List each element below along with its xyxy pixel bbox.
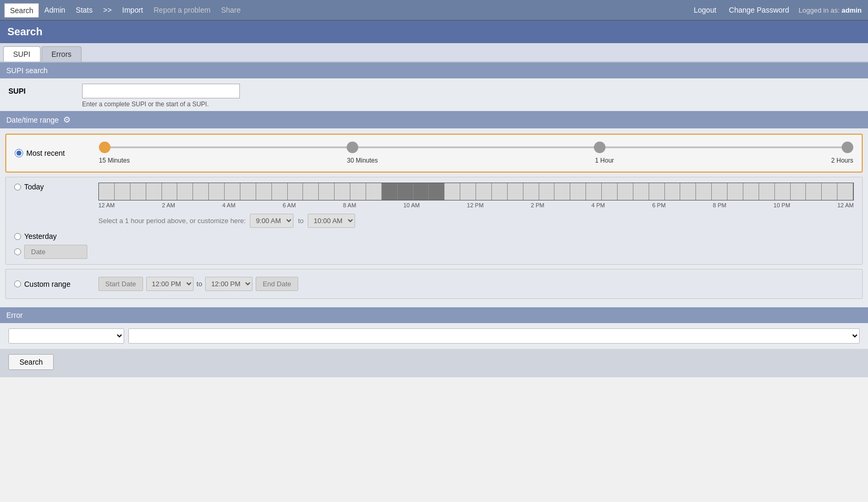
slider-dot-1[interactable] [347, 142, 358, 153]
nav-share[interactable]: Share [216, 3, 246, 17]
timeline-cell[interactable] [240, 183, 256, 200]
yesterday-radio-label[interactable]: Yesterday [14, 232, 98, 240]
timeline-cell[interactable] [837, 183, 853, 200]
timeline-cell[interactable] [570, 183, 586, 200]
timeline-cell[interactable] [146, 183, 162, 200]
nav-search[interactable]: Search [4, 3, 39, 17]
tab-errors[interactable]: Errors [42, 46, 82, 62]
date-radio-label[interactable] [14, 245, 98, 259]
nav-stats[interactable]: Stats [70, 3, 98, 17]
today-content: 12 AM 2 AM 4 AM 6 AM 8 AM 10 AM 12 PM 2 … [98, 183, 854, 228]
gear-icon[interactable]: ⚙ [63, 115, 70, 125]
timeline-cell[interactable] [303, 183, 319, 200]
timeline-cell[interactable] [775, 183, 791, 200]
timeline-cell[interactable] [413, 183, 429, 200]
nav-import[interactable]: Import [117, 3, 148, 17]
timeline-cell[interactable] [696, 183, 712, 200]
slider-label-2: 1 Hour [595, 157, 614, 164]
nav-admin[interactable]: Admin [39, 3, 70, 17]
custom-range-label-text: Custom range [24, 280, 70, 288]
time-to-label: to [298, 217, 304, 225]
custom-range-row: Custom range Start Date 12:00 PM to 12:0… [5, 269, 863, 299]
timeline-cell[interactable] [445, 183, 460, 200]
to-time-select[interactable]: 10:00 AM [308, 214, 355, 228]
end-time-select[interactable]: 12:00 PM [205, 277, 253, 291]
timeline-cell[interactable] [398, 183, 413, 200]
error-dropdown-1[interactable] [8, 328, 124, 344]
timeline-cell[interactable] [554, 183, 570, 200]
timeline-cell[interactable] [429, 183, 445, 200]
timeline-cell[interactable] [791, 183, 806, 200]
error-dropdown-2[interactable] [128, 328, 860, 344]
tl-8pm: 8 PM [713, 202, 726, 208]
timeline-cell[interactable] [115, 183, 130, 200]
nav-more[interactable]: >> [98, 3, 117, 17]
timeline-cell[interactable] [712, 183, 728, 200]
nav-report[interactable]: Report a problem [148, 3, 216, 17]
tab-supi[interactable]: SUPI [3, 46, 41, 62]
custom-range-radio-label[interactable]: Custom range [14, 280, 98, 288]
timeline-cell[interactable] [680, 183, 696, 200]
most-recent-radio[interactable] [15, 149, 23, 157]
search-button[interactable]: Search [8, 354, 54, 370]
timeline-cell[interactable] [618, 183, 633, 200]
tl-6am: 6 AM [282, 202, 296, 208]
timeline-cell[interactable] [806, 183, 822, 200]
timeline-cell[interactable] [508, 183, 523, 200]
timeline-cell[interactable] [728, 183, 743, 200]
timeline-cell[interactable] [743, 183, 759, 200]
timeline-cell[interactable] [209, 183, 225, 200]
start-date-button[interactable]: Start Date [98, 277, 143, 291]
slider-dot-0[interactable] [99, 142, 110, 153]
slider-dot-2[interactable] [594, 142, 605, 153]
timeline-cell[interactable] [99, 183, 115, 200]
timeline-cell[interactable] [335, 183, 350, 200]
custom-range-radio[interactable] [14, 280, 21, 287]
logged-in-label: Logged in as: admin [796, 3, 864, 17]
date-radio[interactable] [14, 248, 21, 255]
error-title: Error [6, 311, 23, 319]
timeline-cell[interactable] [460, 183, 476, 200]
today-radio[interactable] [14, 184, 21, 190]
timeline-cell[interactable] [759, 183, 775, 200]
timeline-cell[interactable] [665, 183, 681, 200]
timeline-cell[interactable] [586, 183, 602, 200]
top-nav: Search Admin Stats >> Import Report a pr… [0, 0, 868, 21]
timeline-cell[interactable] [225, 183, 240, 200]
timeline-cell[interactable] [288, 183, 304, 200]
timeline-cell[interactable] [366, 183, 382, 200]
date-input[interactable] [24, 245, 87, 259]
timeline-cell[interactable] [476, 183, 492, 200]
timeline-cell[interactable] [382, 183, 398, 200]
error-header: Error [0, 307, 868, 323]
timeline-cell[interactable] [319, 183, 335, 200]
timeline-cell[interactable] [539, 183, 555, 200]
timeline-cell[interactable] [162, 183, 178, 200]
timeline-cell[interactable] [193, 183, 209, 200]
timeline-container: 12 AM 2 AM 4 AM 6 AM 8 AM 10 AM 12 PM 2 … [98, 183, 854, 208]
timeline-cell[interactable] [633, 183, 649, 200]
from-time-select[interactable]: 9:00 AM [250, 214, 294, 228]
today-radio-label[interactable]: Today [14, 183, 98, 191]
slider-label-3: 2 Hours [831, 157, 853, 164]
timeline-cell[interactable] [177, 183, 193, 200]
timeline-cell[interactable] [649, 183, 665, 200]
timeline-cell[interactable] [350, 183, 366, 200]
most-recent-radio-label[interactable]: Most recent [15, 149, 99, 157]
logout-button[interactable]: Logout [689, 3, 722, 17]
timeline-cell[interactable] [492, 183, 508, 200]
timeline-cell[interactable] [523, 183, 539, 200]
change-password-button[interactable]: Change Password [724, 3, 794, 17]
end-date-button[interactable]: End Date [256, 277, 298, 291]
timeline-cell[interactable] [272, 183, 288, 200]
slider-dot-3[interactable] [842, 142, 853, 153]
timeline-cell[interactable] [822, 183, 837, 200]
yesterday-radio[interactable] [14, 233, 21, 240]
supi-input[interactable] [82, 84, 240, 98]
timeline-cell[interactable] [602, 183, 618, 200]
start-time-select[interactable]: 12:00 PM [146, 277, 194, 291]
timeline-bar[interactable] [98, 183, 854, 200]
datetime-section: Most recent 15 Minutes 30 Minutes 1 Hour [0, 134, 868, 303]
timeline-cell[interactable] [256, 183, 272, 200]
timeline-cell[interactable] [130, 183, 146, 200]
